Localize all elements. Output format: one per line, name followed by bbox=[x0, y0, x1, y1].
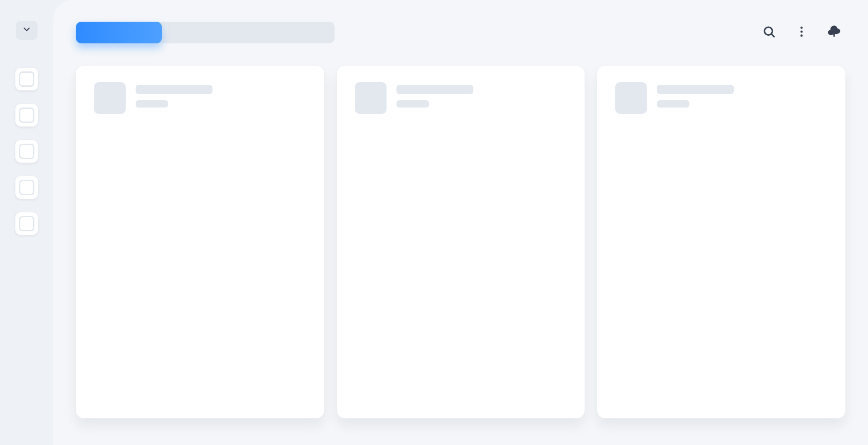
segmented-rest[interactable] bbox=[162, 22, 335, 43]
card-text-skeleton bbox=[657, 82, 734, 108]
more-button[interactable] bbox=[794, 25, 809, 40]
svg-point-2 bbox=[801, 27, 803, 29]
sidebar-collapse-toggle[interactable] bbox=[16, 21, 38, 40]
top-bar bbox=[76, 22, 845, 43]
nav-item-5[interactable] bbox=[15, 212, 38, 235]
nav-item-2[interactable] bbox=[15, 104, 38, 126]
card-header bbox=[355, 82, 567, 114]
search-icon bbox=[762, 25, 776, 40]
search-button[interactable] bbox=[761, 25, 777, 40]
card-title bbox=[396, 85, 473, 94]
top-actions bbox=[761, 25, 845, 40]
svg-line-1 bbox=[771, 34, 774, 37]
card-subtitle bbox=[136, 100, 168, 108]
card-title bbox=[136, 85, 212, 94]
nav-item-1[interactable] bbox=[15, 68, 38, 90]
avatar-skeleton bbox=[615, 82, 647, 114]
sidebar bbox=[0, 0, 53, 445]
card-title bbox=[657, 85, 734, 94]
card-3[interactable] bbox=[597, 66, 845, 418]
card-subtitle bbox=[657, 100, 689, 108]
card-row bbox=[76, 66, 845, 418]
more-vert-icon bbox=[795, 25, 808, 40]
card-text-skeleton bbox=[396, 82, 473, 108]
card-text-skeleton bbox=[136, 82, 212, 108]
avatar-skeleton bbox=[355, 82, 387, 114]
sidebar-nav bbox=[15, 68, 38, 235]
svg-point-4 bbox=[801, 34, 803, 37]
segmented-active[interactable] bbox=[76, 22, 162, 43]
avatar-skeleton bbox=[94, 82, 126, 114]
segmented-control bbox=[76, 22, 335, 43]
card-subtitle bbox=[396, 100, 429, 108]
nav-item-4[interactable] bbox=[15, 176, 38, 199]
card-2[interactable] bbox=[337, 66, 585, 418]
main-panel bbox=[53, 0, 868, 445]
upload-button[interactable] bbox=[826, 25, 842, 40]
card-1[interactable] bbox=[76, 66, 324, 418]
cloud-upload-icon bbox=[827, 25, 841, 40]
card-header bbox=[94, 82, 306, 114]
card-header bbox=[615, 82, 827, 114]
svg-point-3 bbox=[801, 31, 803, 33]
nav-item-3[interactable] bbox=[15, 140, 38, 163]
chevron-down-icon bbox=[22, 24, 32, 36]
